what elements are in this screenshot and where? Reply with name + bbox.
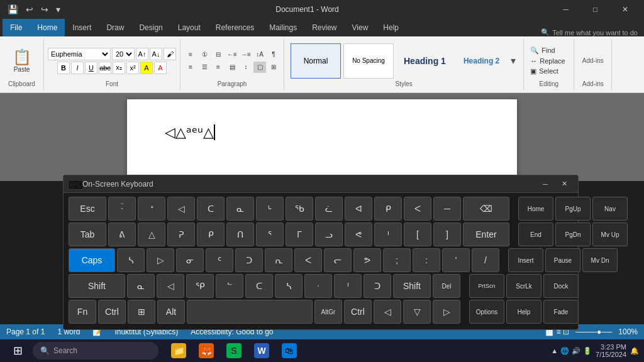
key-backspace[interactable]: ⌫ xyxy=(463,197,509,221)
borders-btn[interactable]: ⊞ xyxy=(267,62,280,73)
key-mv-dn[interactable]: Mv Dn xyxy=(582,248,618,272)
key-insert[interactable]: Insert xyxy=(508,248,543,272)
key-r1k8[interactable]: ᓛ xyxy=(315,197,343,221)
key-r3k8[interactable]: ᓕ xyxy=(324,248,352,272)
sort-btn[interactable]: ↕A xyxy=(253,49,266,60)
key-r4k5[interactable]: ᑕ xyxy=(245,274,273,298)
shrink-font-btn[interactable]: A↓ xyxy=(150,48,162,60)
key-mv-up[interactable]: Mv Up xyxy=(592,222,628,246)
tab-help[interactable]: Help xyxy=(375,19,406,36)
tell-me-bar[interactable]: 🔍 Tell me what you want to do xyxy=(535,28,644,36)
key-home[interactable]: Home xyxy=(518,197,553,221)
key-prtscn[interactable]: PrtScn xyxy=(469,274,504,298)
key-r3k9[interactable]: ᕗ xyxy=(353,248,381,272)
key-tab[interactable]: Tab xyxy=(69,222,106,246)
font-name-select[interactable]: Euphemia xyxy=(48,48,111,60)
key-r2k8[interactable]: ᓗ xyxy=(315,222,343,246)
key-fade[interactable]: Fade xyxy=(543,300,579,324)
tab-references[interactable]: References xyxy=(208,19,262,36)
normal-style-btn[interactable]: Normal xyxy=(291,43,341,79)
key-r4k2[interactable]: ◁ xyxy=(157,274,184,298)
minimize-btn[interactable]: ─ xyxy=(552,0,580,19)
network-icon[interactable]: 🌐 xyxy=(560,347,569,355)
format-painter-btn[interactable]: 🖌 xyxy=(164,48,176,60)
key-r3k10[interactable]: ; xyxy=(383,248,411,272)
key-r3k12[interactable]: ' xyxy=(442,248,470,272)
italic-btn[interactable]: I xyxy=(71,62,84,74)
key-r2k3[interactable]: ᕈ xyxy=(167,222,195,246)
show-marks-btn[interactable]: ¶ xyxy=(267,49,280,60)
key-ctrl-right[interactable]: Ctrl xyxy=(344,300,372,324)
tab-file[interactable]: File xyxy=(3,19,30,36)
key-r4k4[interactable]: ᓪ xyxy=(216,274,243,298)
key-r3k11[interactable]: : xyxy=(413,248,440,272)
align-center-btn[interactable]: ☰ xyxy=(198,62,211,73)
key-win[interactable]: ⊞ xyxy=(128,300,155,324)
align-right-btn[interactable]: ≡ xyxy=(212,62,225,73)
numbering-btn[interactable]: ① xyxy=(198,49,211,60)
key-r2k1[interactable]: ᕕ xyxy=(108,222,136,246)
key-fn[interactable]: Fn xyxy=(69,300,96,324)
key-r1k7[interactable]: ᖃ xyxy=(286,197,313,221)
osk-close-btn[interactable]: ✕ xyxy=(555,178,573,190)
find-btn[interactable]: 🔍 Find xyxy=(528,45,570,56)
key-r4k6[interactable]: ᓴ xyxy=(275,274,303,298)
highlight-btn[interactable]: A xyxy=(140,62,153,74)
paste-button[interactable]: 📋 Paste xyxy=(13,48,31,73)
key-r4k8[interactable]: ᑊ xyxy=(334,274,362,298)
heading2-style-btn[interactable]: Heading 2 xyxy=(456,43,507,79)
align-left-btn[interactable]: ≡ xyxy=(184,62,197,73)
tab-home[interactable]: Home xyxy=(30,19,65,36)
key-r1k6[interactable]: ᒡ xyxy=(256,197,284,221)
key-arrow-right[interactable]: ▷ xyxy=(433,300,460,324)
key-shift-left[interactable]: Shift xyxy=(69,274,125,298)
taskbar-app-explorer[interactable]: 📁 xyxy=(166,339,191,362)
grow-font-btn[interactable]: A↑ xyxy=(136,48,148,60)
zoom-slider[interactable]: ────●── xyxy=(575,327,612,336)
chevron-up-icon[interactable]: ▲ xyxy=(551,347,558,354)
taskbar-app-firefox[interactable]: 🦊 xyxy=(194,339,219,362)
key-r2k9[interactable]: ᕙ xyxy=(345,222,372,246)
key-alt-left[interactable]: Alt xyxy=(157,300,185,324)
key-r2k10[interactable]: ᑊ xyxy=(374,222,402,246)
key-r1k11[interactable]: ᐸ xyxy=(404,197,431,221)
key-r1k12[interactable]: ─ xyxy=(433,197,461,221)
start-button[interactable]: ⊞ xyxy=(5,339,30,362)
taskbar-time[interactable]: 3:23 PM 7/15/2024 xyxy=(596,343,626,358)
multilevel-btn[interactable]: ⊟ xyxy=(212,49,225,60)
key-shift-right[interactable]: Shift xyxy=(393,274,431,298)
select-btn[interactable]: ▣ Select xyxy=(528,66,570,77)
key-r2k6[interactable]: ᕐ xyxy=(256,222,284,246)
taskbar-app-sheets[interactable]: S xyxy=(221,339,247,362)
document-area[interactable]: ◁△ᵃᵉᵘ△ xyxy=(0,93,644,181)
subscript-btn[interactable]: x₂ xyxy=(113,62,125,74)
undo-btn[interactable]: ↩ xyxy=(23,3,36,16)
tab-view[interactable]: View xyxy=(345,19,376,36)
strikethrough-btn[interactable]: abc xyxy=(99,62,111,74)
key-r4k7[interactable]: ᐧ xyxy=(304,274,332,298)
key-r2k5[interactable]: ᑎ xyxy=(226,222,254,246)
key-altgr[interactable]: AltGr xyxy=(314,300,342,324)
key-pgup[interactable]: PgUp xyxy=(555,197,591,221)
heading1-style-btn[interactable]: Heading 1 xyxy=(396,43,453,79)
tab-layout[interactable]: Layout xyxy=(170,19,208,36)
key-r2k12[interactable]: ] xyxy=(433,222,461,246)
key-r3k7[interactable]: ᐸ xyxy=(294,248,322,272)
key-r1k5[interactable]: ᓇ xyxy=(226,197,254,221)
shading-btn[interactable]: ▢ xyxy=(253,62,266,73)
tab-insert[interactable]: Insert xyxy=(65,19,99,36)
key-caps[interactable]: Caps xyxy=(69,248,115,272)
underline-btn[interactable]: U xyxy=(85,62,97,74)
tab-review[interactable]: Review xyxy=(304,19,344,36)
key-options[interactable]: Options xyxy=(469,300,504,324)
key-tilde[interactable]: ~` xyxy=(108,197,136,221)
key-pgdn[interactable]: PgDn xyxy=(555,222,591,246)
key-r3k2[interactable]: ▷ xyxy=(147,248,174,272)
key-r3k6[interactable]: ᕆ xyxy=(265,248,292,272)
tab-mailings[interactable]: Mailings xyxy=(262,19,304,36)
volume-icon[interactable]: 🔊 xyxy=(572,347,580,355)
bold-btn[interactable]: B xyxy=(57,62,70,74)
maximize-btn[interactable]: □ xyxy=(581,0,609,19)
close-btn[interactable]: ✕ xyxy=(611,0,639,19)
line-spacing-btn[interactable]: ↕ xyxy=(240,62,252,73)
